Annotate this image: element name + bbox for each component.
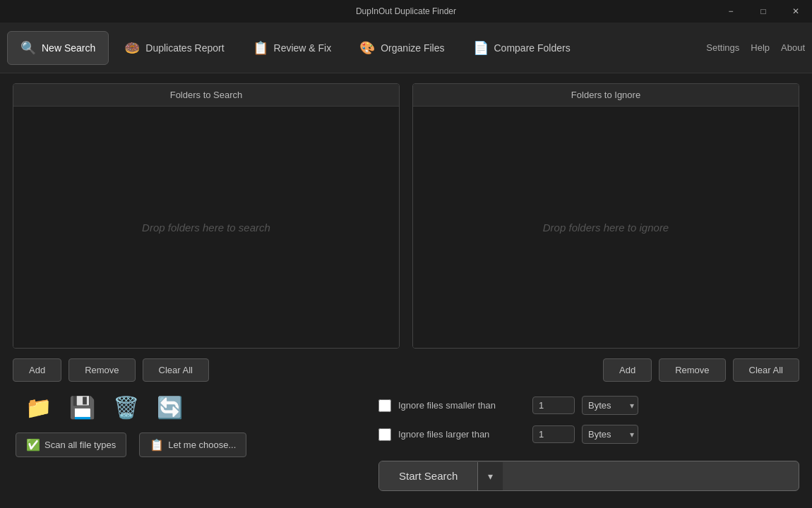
left-bottom: 📁💾🗑️🔄 ✅Scan all file types📋Let me choose…	[13, 392, 366, 457]
window-controls: − □ ✕	[715, 0, 812, 23]
folders-to-ignore-title: Folders to Ignore	[413, 84, 799, 107]
nav-tab-icon-review-fix: 📋	[253, 40, 268, 56]
scan-options: ✅Scan all file types📋Let me choose...	[13, 433, 366, 457]
ignore-folder-buttons: Add Remove Clear All	[412, 358, 799, 382]
start-search-button[interactable]: Start Search	[379, 461, 477, 490]
start-search-button-group: Start Search ▾	[378, 461, 799, 491]
ignore-larger-value[interactable]	[532, 425, 575, 443]
nav-link-help[interactable]: Help	[751, 42, 770, 53]
ignore-clear-all-button[interactable]: Clear All	[733, 358, 799, 382]
nav-tab-new-search[interactable]: 🔍New Search	[7, 31, 109, 65]
nav-tabs: 🔍New Search🍩Duplicates Report📋Review & F…	[7, 31, 586, 65]
folders-to-search-title: Folders to Search	[13, 84, 399, 107]
delete-icon[interactable]: 🗑️	[110, 392, 141, 423]
minimize-button[interactable]: −	[715, 0, 747, 23]
folder-buttons-row: Add Remove Clear All Add Remove Clear Al…	[13, 358, 799, 382]
ignore-add-button[interactable]: Add	[603, 358, 652, 382]
nav-tab-icon-duplicates-report: 🍩	[124, 40, 140, 56]
ignore-larger-row: Ignore files larger than Bytes KB MB GB	[378, 425, 799, 444]
ignore-smaller-value[interactable]	[532, 397, 575, 414]
nav-tab-icon-new-search: 🔍	[20, 40, 36, 56]
bottom-section: 📁💾🗑️🔄 ✅Scan all file types📋Let me choose…	[13, 392, 799, 498]
ignore-smaller-label: Ignore files smaller than	[398, 400, 525, 411]
app-title: DupInOut Duplicate Finder	[356, 6, 456, 16]
nav-tab-icon-compare-folders: 📄	[473, 40, 489, 56]
scan-option-icon-scan-all: ✅	[26, 438, 40, 452]
scan-option-label-scan-all: Scan all file types	[44, 440, 116, 450]
ignore-larger-checkbox[interactable]	[378, 428, 391, 441]
folders-to-search-body[interactable]: Drop folders here to search	[13, 107, 399, 348]
start-search-dropdown-arrow[interactable]: ▾	[477, 462, 503, 490]
scan-option-icon-let-me-choose: 📋	[150, 438, 164, 452]
ignore-smaller-row: Ignore files smaller than Bytes KB MB GB	[378, 396, 799, 415]
nav-tab-label-organize-files: Organize Files	[381, 42, 444, 54]
scan-option-label-let-me-choose: Let me choose...	[168, 440, 236, 450]
nav-tab-organize-files[interactable]: 🎨Organize Files	[347, 31, 457, 65]
folder-panels: Folders to Search Drop folders here to s…	[13, 83, 799, 349]
nav-tab-compare-folders[interactable]: 📄Compare Folders	[460, 31, 583, 65]
ignore-larger-label: Ignore files larger than	[398, 429, 525, 440]
right-bottom: Ignore files smaller than Bytes KB MB GB…	[378, 392, 799, 491]
folders-to-ignore-hint: Drop folders here to ignore	[543, 222, 669, 234]
nav-tab-label-new-search: New Search	[42, 42, 95, 54]
maximize-button[interactable]: □	[747, 0, 780, 23]
search-remove-button[interactable]: Remove	[68, 358, 135, 382]
folders-to-ignore-body[interactable]: Drop folders here to ignore	[413, 107, 799, 348]
nav-bar: 🔍New Search🍩Duplicates Report📋Review & F…	[0, 23, 812, 73]
scan-option-scan-all[interactable]: ✅Scan all file types	[16, 433, 126, 457]
folders-to-search-panel: Folders to Search Drop folders here to s…	[13, 83, 400, 349]
ignore-smaller-unit-wrapper: Bytes KB MB GB	[582, 396, 638, 415]
ignore-larger-unit-wrapper: Bytes KB MB GB	[582, 425, 638, 444]
nav-tab-review-fix[interactable]: 📋Review & Fix	[240, 31, 345, 65]
save-icon[interactable]: 💾	[66, 392, 97, 423]
ignore-larger-unit-select[interactable]: Bytes KB MB GB	[582, 425, 638, 444]
search-clear-all-button[interactable]: Clear All	[143, 358, 209, 382]
ignore-smaller-checkbox[interactable]	[378, 399, 391, 412]
nav-right-links: SettingsHelpAbout	[706, 42, 805, 53]
ignore-remove-button[interactable]: Remove	[659, 358, 725, 382]
folders-to-search-hint: Drop folders here to search	[142, 222, 270, 234]
start-search-container: Start Search ▾	[378, 461, 799, 491]
search-folder-buttons: Add Remove Clear All	[13, 358, 400, 382]
nav-link-about[interactable]: About	[781, 42, 805, 53]
search-add-button[interactable]: Add	[13, 358, 61, 382]
folders-to-ignore-panel: Folders to Ignore Drop folders here to i…	[412, 83, 799, 349]
action-icons: 📁💾🗑️🔄	[13, 392, 366, 423]
scan-option-let-me-choose[interactable]: 📋Let me choose...	[139, 433, 246, 457]
nav-tab-duplicates-report[interactable]: 🍩Duplicates Report	[112, 31, 237, 65]
main-content: Folders to Search Drop folders here to s…	[0, 73, 812, 508]
refresh-icon[interactable]: 🔄	[154, 392, 185, 423]
title-bar: DupInOut Duplicate Finder − □ ✕	[0, 0, 812, 23]
nav-tab-label-review-fix: Review & Fix	[274, 42, 332, 54]
nav-link-settings[interactable]: Settings	[706, 42, 739, 53]
nav-tab-label-duplicates-report: Duplicates Report	[145, 42, 224, 54]
folder-icon[interactable]: 📁	[23, 392, 54, 423]
nav-tab-icon-organize-files: 🎨	[359, 40, 375, 56]
nav-tab-label-compare-folders: Compare Folders	[494, 42, 571, 54]
close-button[interactable]: ✕	[780, 0, 812, 23]
ignore-smaller-unit-select[interactable]: Bytes KB MB GB	[582, 396, 638, 415]
